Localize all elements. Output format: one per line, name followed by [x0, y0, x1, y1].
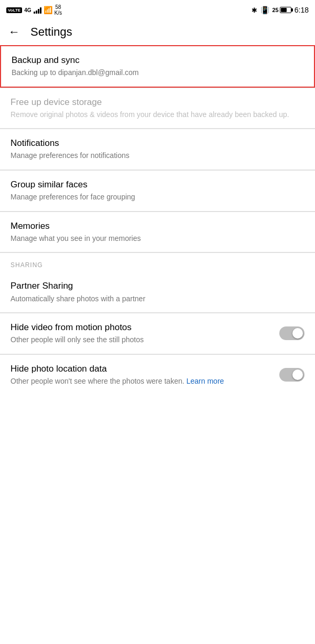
- free-storage-title: Free up device storage: [10, 97, 304, 108]
- speed-text: 58K/s: [55, 4, 62, 16]
- hide-video-motion-title: Hide video from motion photos: [10, 322, 273, 333]
- group-similar-faces-item[interactable]: Group similar faces Manage preferences f…: [0, 171, 315, 212]
- group-faces-title: Group similar faces: [10, 179, 304, 191]
- hide-video-motion-text: Hide video from motion photos Other peop…: [10, 322, 279, 345]
- hide-photo-location-title: Hide photo location data: [10, 363, 273, 375]
- wifi-icon: 📶: [44, 6, 52, 14]
- signal-4g-label: 4G: [24, 7, 31, 13]
- partner-sharing-item[interactable]: Partner Sharing Automatically share phot…: [0, 272, 315, 313]
- time-display: 6:18: [295, 6, 309, 14]
- battery-icon: [280, 7, 291, 13]
- memories-item[interactable]: Memories Manage what you see in your mem…: [0, 212, 315, 253]
- backup-and-sync-item[interactable]: Backup and sync Backing up to dipanjan.d…: [0, 45, 315, 88]
- hide-video-motion-item[interactable]: Hide video from motion photos Other peop…: [0, 313, 315, 354]
- toggle-knob-location: [292, 369, 303, 380]
- hide-video-toggle[interactable]: [279, 326, 304, 340]
- battery-container: 25: [272, 7, 291, 13]
- sharing-section-header: SHARING: [0, 253, 315, 272]
- hide-location-toggle[interactable]: [279, 368, 304, 382]
- backup-sync-subtitle: Backing up to dipanjan.dbl@gmail.com: [12, 68, 303, 78]
- partner-sharing-title: Partner Sharing: [10, 280, 304, 292]
- memories-title: Memories: [10, 220, 304, 232]
- status-bar: VoLTE 4G 📶 58K/s ✱ 📳 25 6:18: [0, 0, 315, 19]
- hide-photo-location-text: Hide photo location data Other people wo…: [10, 363, 279, 387]
- settings-list: Backup and sync Backing up to dipanjan.d…: [0, 45, 315, 395]
- back-button[interactable]: ←: [8, 25, 20, 39]
- notifications-item[interactable]: Notifications Manage preferences for not…: [0, 129, 315, 170]
- free-up-storage-item: Free up device storage Remove original p…: [0, 88, 315, 129]
- vibrate-icon: 📳: [260, 6, 269, 14]
- hide-video-motion-row: Hide video from motion photos Other peop…: [10, 322, 304, 345]
- notifications-subtitle: Manage preferences for notifications: [10, 151, 304, 161]
- page-title: Settings: [30, 25, 72, 39]
- hide-photo-location-desc: Other people won't see where the photos …: [10, 377, 184, 385]
- hide-photo-location-row: Hide photo location data Other people wo…: [10, 363, 304, 387]
- signal-bars: [34, 6, 41, 14]
- status-left: VoLTE 4G 📶 58K/s: [6, 4, 62, 16]
- notifications-title: Notifications: [10, 138, 304, 149]
- volte-badge: VoLTE: [6, 7, 22, 13]
- group-faces-subtitle: Manage preferences for face grouping: [10, 192, 304, 203]
- status-right: ✱ 📳 25 6:18: [251, 6, 309, 14]
- top-bar: ← Settings: [0, 19, 315, 45]
- hide-video-motion-subtitle: Other people will only see the still pho…: [10, 335, 273, 345]
- toggle-knob: [292, 328, 303, 339]
- partner-sharing-subtitle: Automatically share photos with a partne…: [10, 294, 304, 304]
- bluetooth-icon: ✱: [251, 6, 257, 14]
- learn-more-link[interactable]: Learn more: [186, 377, 224, 385]
- hide-photo-location-subtitle: Other people won't see where the photos …: [10, 376, 273, 387]
- free-storage-subtitle: Remove original photos & videos from you…: [10, 110, 304, 120]
- hide-photo-location-item[interactable]: Hide photo location data Other people wo…: [0, 355, 315, 395]
- memories-subtitle: Manage what you see in your memories: [10, 234, 304, 244]
- battery-percentage: 25: [272, 7, 279, 13]
- backup-sync-title: Backup and sync: [12, 55, 303, 66]
- battery-fill: [281, 8, 287, 12]
